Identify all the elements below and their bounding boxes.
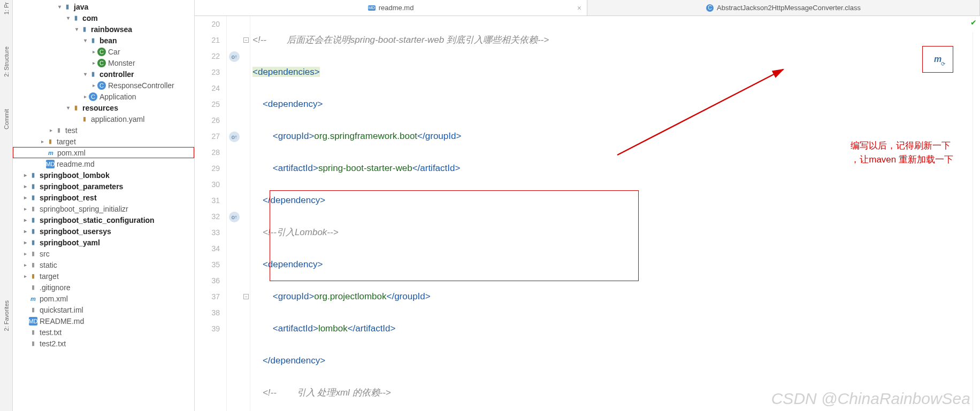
fold-toggle-icon[interactable]: − bbox=[243, 37, 249, 43]
fold-column[interactable]: − − bbox=[243, 16, 250, 411]
tree-label: README.md bbox=[40, 317, 84, 325]
fold-dir-icon: ▮ bbox=[29, 227, 37, 236]
tree-item[interactable]: ▮test2.txt bbox=[13, 338, 194, 349]
rail-project[interactable]: 1: Pr bbox=[3, 2, 10, 14]
expand-icon[interactable]: ▸ bbox=[81, 94, 89, 99]
expand-icon[interactable]: ▸ bbox=[21, 239, 29, 245]
gutter-marks: o↑ o↑ o↑ bbox=[227, 16, 243, 411]
close-icon[interactable]: × bbox=[577, 4, 581, 12]
expand-icon[interactable]: ▾ bbox=[81, 37, 89, 43]
line-number[interactable]: 31 bbox=[195, 192, 220, 208]
line-number[interactable]: 32 bbox=[195, 208, 220, 224]
expand-icon[interactable]: ▸ bbox=[21, 273, 29, 279]
fold-gray-icon: ▮ bbox=[29, 328, 37, 337]
expand-icon[interactable]: ▸ bbox=[21, 206, 29, 212]
expand-icon[interactable]: ▸ bbox=[21, 251, 29, 257]
tree-item[interactable]: ▸▮springboot_parameters bbox=[13, 181, 194, 192]
expand-icon[interactable]: ▸ bbox=[21, 262, 29, 268]
tree-item[interactable]: ▾▮java bbox=[13, 1, 194, 12]
line-number[interactable]: 34 bbox=[195, 241, 220, 257]
tree-item[interactable]: ▮application.yaml bbox=[13, 113, 194, 125]
tree-item[interactable]: ▸▮springboot_yaml bbox=[13, 237, 194, 248]
tree-item[interactable]: ▸▮test bbox=[13, 125, 194, 136]
tree-item[interactable]: ▮test.txt bbox=[13, 327, 194, 338]
line-number[interactable]: 25 bbox=[195, 96, 220, 112]
tree-item[interactable]: ▾▮bean bbox=[13, 35, 194, 46]
tree-label: target bbox=[57, 137, 76, 146]
fold-dir-icon: ▮ bbox=[29, 216, 37, 224]
line-number[interactable]: 20 bbox=[195, 16, 220, 32]
tree-item[interactable]: ▾▮controller bbox=[13, 68, 194, 80]
override-icon[interactable]: o↑ bbox=[229, 212, 240, 222]
line-number[interactable]: 28 bbox=[195, 144, 220, 160]
line-number[interactable]: 38 bbox=[195, 305, 220, 321]
expand-icon[interactable]: ▸ bbox=[21, 195, 29, 200]
tree-item[interactable]: ▸▮src bbox=[13, 248, 194, 259]
line-number[interactable]: 37 bbox=[195, 289, 220, 305]
tab-class-file[interactable]: C AbstractJackson2HttpMessageConverter.c… bbox=[587, 0, 980, 15]
rail-commit[interactable]: Commit bbox=[3, 109, 10, 129]
tree-item[interactable]: ▸▮springboot_usersys bbox=[13, 226, 194, 237]
tree-item[interactable]: ▸▮springboot_rest bbox=[13, 192, 194, 203]
tree-item[interactable]: ▸CCar bbox=[13, 46, 194, 57]
tab-readme[interactable]: MD readme.md × bbox=[195, 0, 587, 15]
tree-item[interactable]: ▸▮springboot_lombok bbox=[13, 169, 194, 181]
expand-icon[interactable]: ▸ bbox=[21, 228, 29, 234]
override-icon[interactable]: o↑ bbox=[229, 131, 240, 142]
tree-item[interactable]: ▸▮springboot_static_configuration bbox=[13, 214, 194, 226]
line-number[interactable]: 33 bbox=[195, 224, 220, 241]
line-number[interactable]: 27 bbox=[195, 128, 220, 144]
expand-icon[interactable]: ▸ bbox=[39, 138, 46, 144]
line-number-gutter[interactable]: 2021222324252627282930313233343536373839 bbox=[195, 16, 227, 411]
error-stripe[interactable] bbox=[973, 32, 980, 411]
maven-reload-button[interactable]: m ⟳ bbox=[922, 46, 953, 73]
tree-item[interactable]: ▸CResponseController bbox=[13, 80, 194, 91]
tree-item[interactable]: ▾▮com bbox=[13, 12, 194, 24]
fold-dir-icon: ▮ bbox=[29, 182, 37, 191]
tree-item[interactable]: ▸▮springboot_spring_initializr bbox=[13, 203, 194, 214]
tree-item[interactable]: ▸▮target bbox=[13, 270, 194, 282]
tree-item[interactable]: ▸CMonster bbox=[13, 57, 194, 68]
expand-icon[interactable]: ▸ bbox=[21, 172, 29, 178]
inspection-ok-icon[interactable]: ✔ bbox=[970, 18, 977, 27]
expand-icon[interactable]: ▾ bbox=[64, 15, 72, 21]
line-number[interactable]: 21 bbox=[195, 32, 220, 48]
expand-icon[interactable]: ▾ bbox=[81, 71, 89, 77]
project-tree[interactable]: ▾▮java▾▮com▾▮rainbowsea▾▮bean▸CCar▸CMons… bbox=[13, 0, 195, 411]
expand-icon[interactable]: ▸ bbox=[90, 49, 97, 55]
expand-icon[interactable]: ▸ bbox=[21, 183, 29, 189]
tree-label: springboot_lombok bbox=[40, 171, 110, 180]
tree-item[interactable]: ▮quickstart.iml bbox=[13, 304, 194, 315]
tree-item[interactable]: MDreadme.md bbox=[13, 158, 194, 169]
line-number[interactable]: 26 bbox=[195, 112, 220, 128]
tree-item[interactable]: ▸CApplication bbox=[13, 91, 194, 102]
line-number[interactable]: 29 bbox=[195, 160, 220, 176]
rail-structure[interactable]: 2: Structure bbox=[3, 46, 10, 77]
line-number[interactable]: 30 bbox=[195, 176, 220, 192]
tree-item[interactable]: MDREADME.md bbox=[13, 315, 194, 327]
expand-icon[interactable]: ▸ bbox=[21, 217, 29, 223]
tree-item[interactable]: ▸▮static bbox=[13, 259, 194, 270]
line-number[interactable]: 24 bbox=[195, 80, 220, 96]
code-editor[interactable]: <!-- 后面还会在说明spring-boot-starter-web 到底引入… bbox=[250, 16, 980, 411]
tree-item[interactable]: mpom.xml bbox=[13, 147, 194, 158]
tree-item[interactable]: mpom.xml bbox=[13, 293, 194, 304]
expand-icon[interactable]: ▸ bbox=[90, 60, 97, 66]
tree-item[interactable]: ▸▮target bbox=[13, 136, 194, 147]
tree-item[interactable]: ▮.gitignore bbox=[13, 282, 194, 293]
line-number[interactable]: 22 bbox=[195, 48, 220, 64]
expand-icon[interactable]: ▾ bbox=[64, 105, 72, 111]
fold-toggle-icon[interactable]: − bbox=[243, 294, 249, 299]
expand-icon[interactable]: ▸ bbox=[90, 82, 97, 88]
line-number[interactable]: 36 bbox=[195, 273, 220, 289]
line-number[interactable]: 35 bbox=[195, 257, 220, 273]
tree-item[interactable]: ▾▮rainbowsea bbox=[13, 24, 194, 35]
override-icon[interactable]: o↑ bbox=[229, 51, 240, 62]
tree-item[interactable]: ▾▮resources bbox=[13, 102, 194, 113]
expand-icon[interactable]: ▾ bbox=[73, 26, 80, 32]
line-number[interactable]: 23 bbox=[195, 64, 220, 80]
expand-icon[interactable]: ▾ bbox=[56, 4, 63, 10]
rail-favorites[interactable]: 2: Favorites bbox=[3, 300, 10, 331]
line-number[interactable]: 39 bbox=[195, 321, 220, 337]
expand-icon[interactable]: ▸ bbox=[47, 127, 55, 133]
